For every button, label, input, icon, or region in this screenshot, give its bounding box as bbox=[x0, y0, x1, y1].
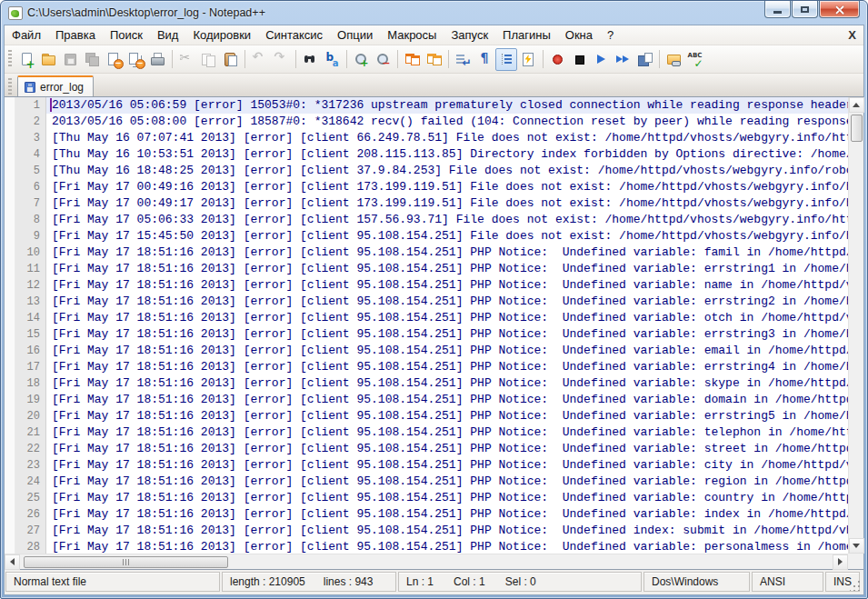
replace-button[interactable] bbox=[321, 48, 343, 71]
text-editor[interactable]: 1 2013/05/16 05:06:59 [error] 15053#0: *… bbox=[15, 97, 848, 554]
editor-line[interactable]: 20 [Fri May 17 18:51:16 2013] [error] [c… bbox=[15, 408, 848, 424]
editor-line[interactable]: 26 [Fri May 17 18:51:16 2013] [error] [c… bbox=[15, 506, 848, 523]
editor-line[interactable]: 2 2013/05/16 05:08:00 [error] 18587#0: *… bbox=[15, 114, 848, 130]
macro-run-multi-button[interactable] bbox=[612, 48, 634, 71]
bookmark-margin[interactable] bbox=[5, 97, 15, 554]
close-file-button[interactable] bbox=[103, 48, 125, 71]
editor-line[interactable]: 17 [Fri May 17 18:51:16 2013] [error] [c… bbox=[15, 359, 848, 375]
line-number: 18 bbox=[15, 375, 46, 392]
toolbar-separator[interactable] bbox=[292, 48, 299, 71]
vertical-scrollbar[interactable] bbox=[848, 97, 863, 554]
paste-button[interactable] bbox=[219, 48, 241, 71]
menu-plugins[interactable]: Плагины bbox=[495, 26, 558, 44]
editor-line[interactable]: 5 [Thu May 16 18:48:25 2013] [error] [cl… bbox=[15, 163, 848, 179]
copy-button[interactable] bbox=[197, 48, 219, 71]
resize-grip[interactable] bbox=[850, 580, 861, 591]
user-define-dialog-button[interactable] bbox=[517, 48, 539, 71]
menu-search[interactable]: Поиск bbox=[103, 26, 150, 44]
sync-vertical-button[interactable] bbox=[401, 48, 423, 71]
menu-window[interactable]: Окна bbox=[558, 26, 600, 44]
print-button[interactable] bbox=[146, 48, 168, 71]
save-button[interactable] bbox=[59, 48, 81, 71]
editor-line[interactable]: 15 [Fri May 17 18:51:16 2013] [error] [c… bbox=[15, 326, 848, 343]
editor-line[interactable]: 8 [Fri May 17 05:06:33 2013] [error] [cl… bbox=[15, 212, 848, 228]
show-all-chars-button[interactable] bbox=[474, 48, 495, 71]
toolbar-separator[interactable] bbox=[444, 48, 452, 71]
editor-line[interactable]: 22 [Fri May 17 18:51:16 2013] [error] [c… bbox=[15, 441, 848, 457]
menu-run[interactable]: Запуск bbox=[444, 26, 495, 44]
editor-line[interactable]: 9 [Fri May 17 15:45:50 2013] [error] [cl… bbox=[15, 228, 848, 245]
tab-error-log[interactable]: error_log bbox=[17, 75, 94, 96]
toolbar-separator[interactable] bbox=[241, 48, 248, 71]
editor-line[interactable]: 16 [Fri May 17 18:51:16 2013] [error] [c… bbox=[15, 343, 848, 359]
menu-view[interactable]: Вид bbox=[150, 26, 186, 44]
scroll-up-button[interactable] bbox=[849, 97, 864, 113]
horizontal-scrollbar-thumb[interactable] bbox=[24, 556, 228, 568]
editor-line[interactable]: 4 [Thu May 16 10:53:51 2013] [error] [cl… bbox=[15, 146, 848, 163]
editor-line[interactable]: 3 [Thu May 16 07:07:41 2013] [error] [cl… bbox=[15, 130, 848, 146]
editor-line[interactable]: 7 [Fri May 17 00:49:17 2013] [error] [cl… bbox=[15, 195, 848, 212]
toolbar-separator[interactable] bbox=[343, 48, 350, 71]
word-wrap-button[interactable] bbox=[452, 48, 474, 71]
tabbar-grip[interactable] bbox=[8, 78, 12, 95]
editor-line[interactable]: 25 [Fri May 17 18:51:16 2013] [error] [c… bbox=[15, 490, 848, 506]
editor-line[interactable]: 6 [Fri May 17 00:49:16 2013] [error] [cl… bbox=[15, 179, 848, 195]
editor-line[interactable]: 23 [Fri May 17 18:51:16 2013] [error] [c… bbox=[15, 457, 848, 474]
editor-line[interactable]: 24 [Fri May 17 18:51:16 2013] [error] [c… bbox=[15, 474, 848, 490]
scroll-down-button[interactable] bbox=[849, 538, 864, 554]
sync-horizontal-button[interactable] bbox=[423, 48, 444, 71]
status-encoding[interactable]: ANSI bbox=[752, 572, 823, 592]
editor-line[interactable]: 11 [Fri May 17 18:51:16 2013] [error] [c… bbox=[15, 261, 848, 277]
spell-check-icon bbox=[688, 52, 703, 66]
scroll-left-button[interactable] bbox=[5, 554, 20, 570]
editor-line[interactable]: 13 [Fri May 17 18:51:16 2013] [error] [c… bbox=[15, 294, 848, 310]
redo-button[interactable] bbox=[270, 48, 292, 71]
horizontal-scrollbar[interactable] bbox=[5, 554, 848, 569]
close-all-button[interactable] bbox=[125, 48, 146, 71]
macro-record-button[interactable] bbox=[546, 48, 568, 71]
macro-play-button[interactable] bbox=[590, 48, 612, 71]
title-bar[interactable]: C:\Users\admin\Desktop\error_log - Notep… bbox=[1, 1, 867, 25]
maximize-button[interactable] bbox=[792, 1, 818, 18]
editor-line[interactable]: 1 2013/05/16 05:06:59 [error] 15053#0: *… bbox=[15, 97, 848, 114]
menu-language[interactable]: Синтаксис bbox=[258, 26, 330, 44]
cut-button[interactable] bbox=[175, 48, 197, 71]
toolbar-separator[interactable] bbox=[168, 48, 175, 71]
toolbar-separator[interactable] bbox=[655, 48, 663, 71]
scroll-right-button[interactable] bbox=[833, 554, 848, 570]
save-all-button[interactable] bbox=[81, 48, 103, 71]
undo-button[interactable] bbox=[248, 48, 270, 71]
macro-save-button[interactable] bbox=[634, 48, 655, 71]
status-eol-format[interactable]: Dos\Windows bbox=[644, 572, 750, 592]
toolbar-grip[interactable] bbox=[8, 50, 12, 68]
menu-settings[interactable]: Опции bbox=[330, 26, 380, 44]
menu-encoding[interactable]: Кодировки bbox=[185, 26, 258, 44]
open-file-button[interactable] bbox=[37, 48, 59, 71]
editor-line[interactable]: 28 [Fri May 17 18:51:16 2013] [error] [c… bbox=[15, 539, 848, 555]
close-button[interactable] bbox=[819, 1, 860, 18]
editor-line[interactable]: 10 [Fri May 17 18:51:16 2013] [error] [c… bbox=[15, 245, 848, 261]
indent-guide-button[interactable] bbox=[495, 48, 517, 71]
zoom-out-button[interactable] bbox=[372, 48, 394, 71]
menu-file[interactable]: Файл bbox=[5, 26, 48, 44]
zoom-in-button[interactable] bbox=[350, 48, 372, 71]
macro-stop-button[interactable] bbox=[568, 48, 590, 71]
toolbar-separator[interactable] bbox=[539, 48, 546, 71]
close-document-button[interactable]: X bbox=[848, 28, 856, 42]
find-button[interactable] bbox=[299, 48, 321, 71]
editor-line[interactable]: 12 [Fri May 17 18:51:16 2013] [error] [c… bbox=[15, 277, 848, 294]
menu-macro[interactable]: Макросы bbox=[380, 26, 444, 44]
new-file-button[interactable] bbox=[15, 48, 37, 71]
vertical-scrollbar-thumb[interactable] bbox=[851, 115, 863, 142]
toolbar-separator[interactable] bbox=[394, 48, 401, 71]
menu-help[interactable]: ? bbox=[600, 26, 621, 44]
editor-line[interactable]: 19 [Fri May 17 18:51:16 2013] [error] [c… bbox=[15, 392, 848, 408]
editor-line[interactable]: 14 [Fri May 17 18:51:16 2013] [error] [c… bbox=[15, 310, 848, 326]
editor-line[interactable]: 18 [Fri May 17 18:51:16 2013] [error] [c… bbox=[15, 375, 848, 392]
editor-line[interactable]: 27 [Fri May 17 18:51:16 2013] [error] [c… bbox=[15, 523, 848, 539]
spell-check-button[interactable] bbox=[684, 48, 706, 71]
editor-line[interactable]: 21 [Fri May 17 18:51:16 2013] [error] [c… bbox=[15, 424, 848, 441]
menu-edit[interactable]: Правка bbox=[48, 26, 103, 44]
minimize-button[interactable] bbox=[764, 1, 791, 18]
open-containing-folder-button[interactable] bbox=[663, 48, 684, 71]
